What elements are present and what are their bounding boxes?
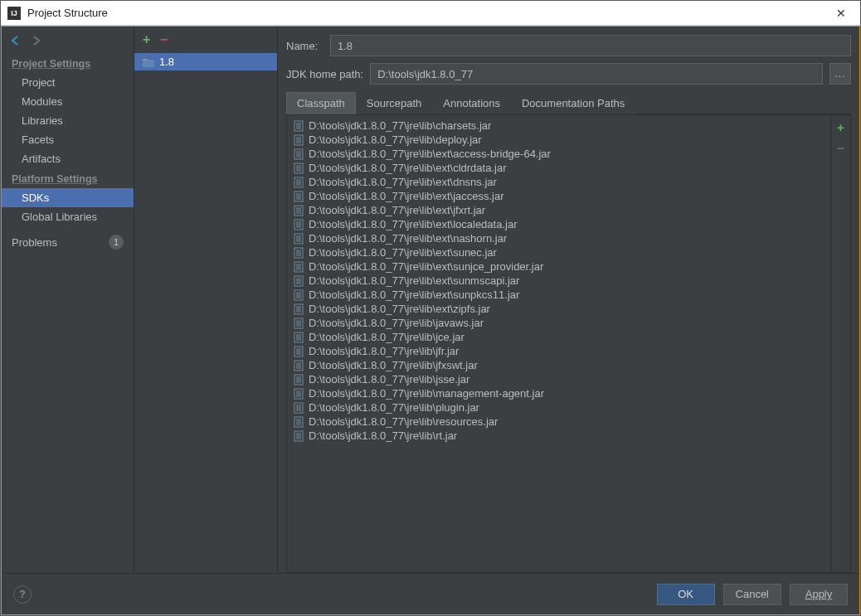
svg-rect-0: [143, 61, 154, 67]
sidebar-item-libraries[interactable]: Libraries: [2, 111, 134, 130]
classpath-entry[interactable]: D:\tools\jdk1.8.0_77\jre\lib\jsse.jar: [287, 372, 830, 386]
classpath-entry[interactable]: D:\tools\jdk1.8.0_77\jre\lib\jce.jar: [287, 330, 830, 344]
sidebar-item-sdks[interactable]: SDKs: [2, 188, 134, 207]
project-structure-dialog: IJ Project Structure ✕ Project SettingsP…: [0, 0, 861, 616]
classpath-entry[interactable]: D:\tools\jdk1.8.0_77\jre\lib\jfr.jar: [287, 344, 830, 358]
classpath-entry[interactable]: D:\tools\jdk1.8.0_77\jre\lib\charsets.ja…: [287, 119, 830, 133]
tab-documentation-paths[interactable]: Documentation Paths: [511, 92, 635, 114]
forward-icon[interactable]: [30, 35, 41, 46]
classpath-entry[interactable]: D:\tools\jdk1.8.0_77\jre\lib\ext\jfxrt.j…: [287, 203, 830, 217]
titlebar: IJ Project Structure ✕: [1, 1, 860, 26]
sidebar-item-facets[interactable]: Facets: [2, 130, 134, 149]
classpath-entry[interactable]: D:\tools\jdk1.8.0_77\jre\lib\ext\localed…: [287, 217, 830, 231]
classpath-entry[interactable]: D:\tools\jdk1.8.0_77\jre\lib\resources.j…: [287, 415, 830, 429]
classpath-entry[interactable]: D:\tools\jdk1.8.0_77\jre\lib\ext\sunjce_…: [287, 259, 830, 274]
classpath-path: D:\tools\jdk1.8.0_77\jre\lib\ext\jfxrt.j…: [309, 204, 485, 216]
classpath-path: D:\tools\jdk1.8.0_77\jre\lib\ext\localed…: [309, 218, 517, 230]
classpath-path: D:\tools\jdk1.8.0_77\jre\lib\plugin.jar: [309, 401, 479, 414]
jar-icon: [294, 402, 304, 414]
close-icon[interactable]: ✕: [829, 5, 854, 22]
jar-icon: [294, 416, 304, 428]
footer: ? OK Cancel Apply: [2, 573, 859, 614]
sidebar-item-global-libraries[interactable]: Global Libraries: [2, 207, 134, 226]
jar-icon: [294, 303, 304, 315]
jar-icon: [294, 205, 304, 216]
classpath-path: D:\tools\jdk1.8.0_77\jre\lib\jfxswt.jar: [309, 359, 478, 371]
remove-classpath-icon[interactable]: −: [837, 141, 844, 155]
svg-rect-61: [294, 290, 303, 300]
add-sdk-icon[interactable]: +: [143, 33, 150, 46]
jar-icon: [294, 388, 304, 400]
jar-icon: [294, 148, 304, 160]
help-button[interactable]: ?: [13, 585, 32, 604]
remove-sdk-icon[interactable]: −: [160, 33, 168, 46]
classpath-entry[interactable]: D:\tools\jdk1.8.0_77\jre\lib\ext\sunpkcs…: [287, 288, 830, 302]
classpath-entry[interactable]: D:\tools\jdk1.8.0_77\jre\lib\ext\dnsns.j…: [287, 175, 830, 189]
classpath-path: D:\tools\jdk1.8.0_77\jre\lib\ext\dnsns.j…: [309, 176, 497, 188]
main-area: Project SettingsProjectModulesLibrariesF…: [2, 27, 859, 573]
svg-rect-11: [294, 149, 303, 159]
jar-icon: [294, 318, 304, 329]
nav-toolbar: [2, 32, 134, 53]
tab-annotations[interactable]: Annotations: [432, 92, 511, 114]
svg-rect-71: [294, 318, 303, 328]
classpath-path: D:\tools\jdk1.8.0_77\jre\lib\ext\cldrdat…: [309, 162, 506, 174]
classpath-entry[interactable]: D:\tools\jdk1.8.0_77\jre\lib\ext\jaccess…: [287, 189, 830, 203]
jar-icon: [294, 289, 304, 301]
browse-button[interactable]: ...: [829, 63, 851, 85]
jar-icon: [294, 261, 304, 273]
classpath-path: D:\tools\jdk1.8.0_77\jre\lib\ext\sunmsca…: [309, 274, 519, 287]
sidebar-item-modules[interactable]: Modules: [2, 92, 134, 111]
detail-panel: Name: JDK home path: ... ClasspathSource…: [278, 27, 859, 573]
classpath-entry[interactable]: D:\tools\jdk1.8.0_77\jre\lib\deploy.jar: [287, 133, 830, 147]
svg-rect-21: [294, 177, 303, 187]
add-classpath-icon[interactable]: +: [837, 120, 844, 134]
classpath-path: D:\tools\jdk1.8.0_77\jre\lib\ext\sunpkcs…: [309, 289, 519, 301]
sidebar-item-problems[interactable]: Problems 1: [2, 226, 134, 253]
sidebar-item-project[interactable]: Project: [2, 73, 134, 92]
cancel-button[interactable]: Cancel: [723, 584, 781, 605]
jar-icon: [294, 275, 304, 287]
tab-classpath[interactable]: Classpath: [286, 92, 356, 114]
ok-button[interactable]: OK: [657, 584, 715, 605]
name-input[interactable]: [330, 35, 851, 56]
classpath-entry[interactable]: D:\tools\jdk1.8.0_77\jre\lib\ext\access-…: [287, 147, 830, 161]
path-input[interactable]: [370, 63, 823, 85]
classpath-entry[interactable]: D:\tools\jdk1.8.0_77\jre\lib\ext\zipfs.j…: [287, 302, 830, 316]
svg-rect-41: [294, 234, 303, 244]
classpath-path: D:\tools\jdk1.8.0_77\jre\lib\jsse.jar: [309, 373, 469, 386]
svg-rect-6: [294, 135, 303, 145]
name-label: Name:: [286, 40, 323, 52]
path-label: JDK home path:: [286, 68, 363, 80]
classpath-entry[interactable]: D:\tools\jdk1.8.0_77\jre\lib\plugin.jar: [287, 400, 830, 415]
classpath-entry[interactable]: D:\tools\jdk1.8.0_77\jre\lib\ext\sunec.j…: [287, 245, 830, 259]
apply-button[interactable]: Apply: [790, 584, 848, 605]
classpath-entry[interactable]: D:\tools\jdk1.8.0_77\jre\lib\ext\nashorn…: [287, 231, 830, 245]
svg-rect-36: [294, 220, 303, 230]
svg-rect-86: [294, 361, 303, 371]
svg-rect-101: [294, 403, 303, 413]
classpath-path: D:\tools\jdk1.8.0_77\jre\lib\javaws.jar: [309, 317, 484, 329]
classpath-toolbar: + −: [830, 115, 850, 572]
svg-rect-91: [294, 375, 303, 385]
classpath-path: D:\tools\jdk1.8.0_77\jre\lib\jfr.jar: [309, 345, 459, 357]
svg-rect-106: [294, 417, 303, 427]
back-icon[interactable]: [10, 35, 22, 46]
classpath-list-wrap: D:\tools\jdk1.8.0_77\jre\lib\charsets.ja…: [286, 114, 851, 573]
classpath-entry[interactable]: D:\tools\jdk1.8.0_77\jre\lib\jfxswt.jar: [287, 358, 830, 372]
tab-sourcepath[interactable]: Sourcepath: [356, 92, 433, 114]
classpath-entry[interactable]: D:\tools\jdk1.8.0_77\jre\lib\rt.jar: [287, 429, 830, 443]
sdk-item[interactable]: 1.8: [134, 53, 277, 70]
classpath-list[interactable]: D:\tools\jdk1.8.0_77\jre\lib\charsets.ja…: [287, 115, 830, 572]
classpath-entry[interactable]: D:\tools\jdk1.8.0_77\jre\lib\ext\sunmsca…: [287, 274, 830, 288]
classpath-entry[interactable]: D:\tools\jdk1.8.0_77\jre\lib\javaws.jar: [287, 316, 830, 330]
sidebar-section-header: Project Settings: [2, 53, 134, 73]
sidebar-item-artifacts[interactable]: Artifacts: [2, 149, 134, 168]
footer-buttons: OK Cancel Apply: [657, 584, 848, 605]
classpath-entry[interactable]: D:\tools\jdk1.8.0_77\jre\lib\management-…: [287, 386, 830, 400]
jar-icon: [294, 134, 304, 146]
jar-icon: [294, 346, 304, 357]
svg-rect-31: [294, 206, 303, 216]
classpath-entry[interactable]: D:\tools\jdk1.8.0_77\jre\lib\ext\cldrdat…: [287, 161, 830, 175]
jar-icon: [294, 374, 304, 386]
